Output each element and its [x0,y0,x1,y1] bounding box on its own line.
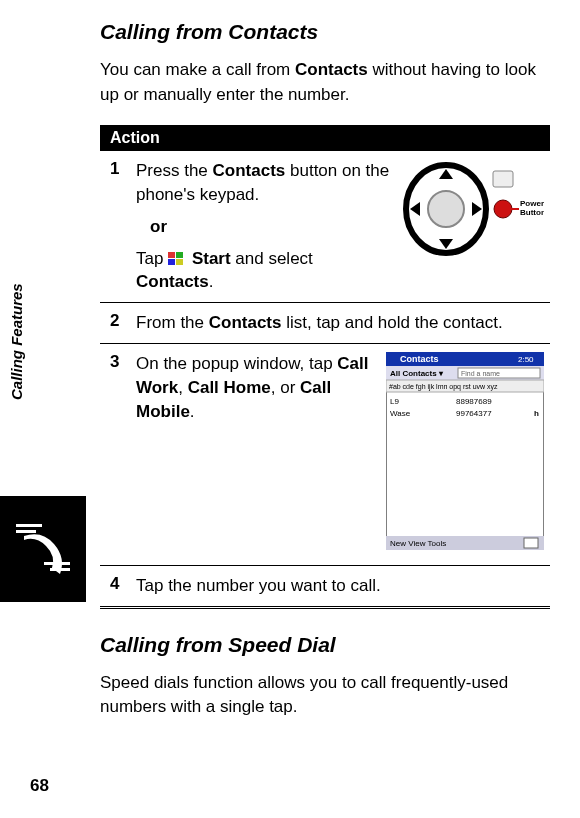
intro-paragraph-2: Speed dials function allows you to call … [100,671,550,720]
step-1-or-text: or [150,215,391,239]
step-1-cell: Press the Contacts button on the phone's… [136,151,550,302]
svg-text:Power/End: Power/End [520,199,544,208]
svg-rect-37 [524,538,538,548]
svg-rect-15 [493,171,513,187]
heading-calling-from-contacts: Calling from Contacts [100,20,550,44]
step-3-number: 3 [100,344,136,566]
svg-rect-4 [168,252,175,258]
page-body: Calling from Contacts You can make a cal… [0,0,580,720]
svg-rect-6 [168,259,175,265]
svg-text:h: h [534,409,539,418]
svg-text:All Contacts ▾: All Contacts ▾ [390,369,444,378]
svg-text:Contacts: Contacts [400,354,439,364]
action-table: Action 1 Press the Contacts button on th… [100,125,550,608]
page-number: 68 [30,776,49,796]
step-2-number: 2 [100,303,136,344]
table-header-action: Action [100,125,550,151]
svg-point-10 [428,191,464,227]
svg-text:New  View  Tools: New View Tools [390,539,446,548]
svg-text:99764377: 99764377 [456,409,492,418]
svg-text:88987689: 88987689 [456,397,492,406]
windows-flag-icon [168,252,184,266]
svg-text:2:50: 2:50 [518,355,534,364]
step-4-cell: Tap the number you want to call. [136,565,550,607]
heading-calling-from-speed-dial: Calling from Speed Dial [100,633,550,657]
keypad-illustration: Power/End Button [401,159,544,259]
intro-paragraph-1: You can make a call from Contacts withou… [100,58,550,107]
step-2-cell: From the Contacts list, tap and hold the… [136,303,550,344]
svg-rect-7 [176,259,183,265]
svg-text:Find a name: Find a name [461,370,500,377]
contacts-screenshot-illustration: Contacts 2:50 All Contacts ▾ Find a name… [386,352,544,550]
svg-text:Button: Button [520,208,544,217]
step-4-number: 4 [100,565,136,607]
svg-text:Wase: Wase [390,409,411,418]
svg-text:L9: L9 [390,397,399,406]
svg-text:#ab cde fgh  ijk  lmn opq rst : #ab cde fgh ijk lmn opq rst uvw xyz [389,383,498,391]
svg-rect-5 [176,252,183,258]
step-1-number: 1 [100,151,136,302]
step-3-cell: On the popup window, tap Call Work, Call… [136,344,550,566]
